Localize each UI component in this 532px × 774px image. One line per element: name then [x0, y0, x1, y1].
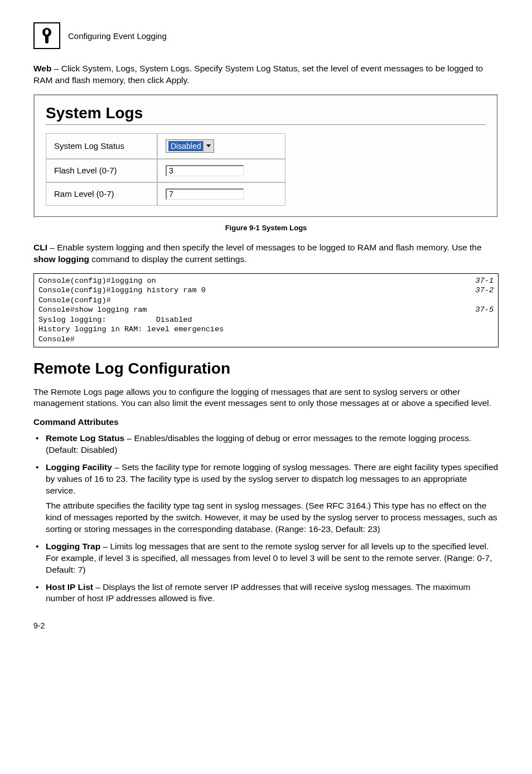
system-logs-table: System Log Status Disabled Flash Level (…	[46, 133, 286, 206]
attr-text: – Displays the list of remote server IP …	[46, 582, 471, 603]
attr-name: Logging Trap	[46, 541, 100, 551]
section-title: Remote Log Configuration	[33, 360, 499, 378]
panel-title: System Logs	[46, 104, 486, 122]
attribute-list: Remote Log Status – Enables/disables the…	[33, 433, 499, 604]
code-line: Console(config)#logging history ram 037-…	[38, 286, 494, 296]
code-line: Console(config)#	[38, 296, 494, 306]
code-text: Console#	[38, 335, 75, 345]
cli-text-after: command to display the current settings.	[89, 254, 247, 264]
code-text: Console(config)#logging on	[38, 276, 156, 286]
page-number: 9-2	[33, 621, 499, 630]
code-ref	[482, 335, 494, 345]
code-text: Console#show logging ram	[38, 305, 147, 315]
intro-paragraph: Web – Click System, Logs, System Logs. S…	[33, 63, 499, 86]
figure-caption: Figure 9-1 System Logs	[33, 224, 499, 232]
system-log-status-select[interactable]: Disabled	[166, 139, 214, 153]
intro-text: – Click System, Logs, System Logs. Speci…	[33, 64, 483, 85]
chapter-header: 9 Configuring Event Logging	[33, 22, 499, 49]
code-line: History logging in RAM: level emergencie…	[38, 325, 494, 335]
list-item: Logging Trap – Limits log messages that …	[33, 541, 499, 576]
ram-level-input[interactable]	[166, 188, 244, 200]
chapter-number-icon: 9	[33, 22, 60, 49]
row-flash-level: Flash Level (0-7)	[46, 159, 286, 182]
code-line: Syslog logging: Disabled	[38, 315, 494, 325]
code-text: History logging in RAM: level emergencie…	[38, 325, 224, 335]
code-text: Console(config)#logging history ram 0	[38, 286, 206, 296]
list-item: Host IP List – Displays the list of remo…	[33, 582, 499, 605]
cli-text-before: – Enable system logging and then specify…	[47, 243, 482, 252]
attr-text: – Sets the facility type for remote logg…	[46, 462, 498, 495]
cli-cmd: show logging	[33, 254, 89, 264]
label-flash-level: Flash Level (0-7)	[46, 159, 157, 182]
attr-name: Logging Facility	[46, 462, 112, 472]
section-intro: The Remote Logs page allows you to confi…	[33, 386, 499, 410]
cli-intro: CLI – Enable system logging and then spe…	[33, 242, 499, 265]
code-ref: 37-5	[465, 305, 494, 315]
panel-divider	[46, 124, 486, 125]
cli-label: CLI	[33, 243, 47, 252]
chapter-title: Configuring Event Logging	[68, 31, 167, 41]
label-ram-level: Ram Level (0-7)	[46, 182, 157, 206]
code-text: Syslog logging: Disabled	[38, 315, 192, 325]
chevron-down-icon[interactable]	[203, 141, 214, 152]
code-line: Console(config)#logging on37-1	[38, 276, 494, 286]
code-line: Console#	[38, 335, 494, 345]
svg-text:9: 9	[45, 28, 49, 36]
code-block: Console(config)#logging on37-1 Console(c…	[33, 273, 499, 347]
select-value: Disabled	[168, 141, 203, 151]
attr-name: Remote Log Status	[46, 433, 124, 443]
list-item: Remote Log Status – Enables/disables the…	[33, 433, 499, 456]
code-ref	[482, 315, 494, 325]
code-ref	[482, 296, 494, 306]
attr-text: – Limits log messages that are sent to t…	[46, 541, 492, 574]
label-system-log-status: System Log Status	[46, 133, 157, 159]
code-text: Console(config)#	[38, 296, 111, 306]
row-system-log-status: System Log Status Disabled	[46, 133, 286, 159]
row-ram-level: Ram Level (0-7)	[46, 182, 286, 206]
flash-level-input[interactable]	[166, 165, 244, 176]
code-line: Console#show logging ram37-5	[38, 305, 494, 315]
code-ref: 37-2	[465, 286, 494, 296]
command-attributes-heading: Command Attributes	[33, 417, 499, 427]
attr-extra: The attribute specifies the facility typ…	[46, 500, 499, 535]
list-item: Logging Facility – Sets the facility typ…	[33, 462, 499, 535]
code-ref	[482, 325, 494, 335]
web-label: Web	[33, 64, 51, 73]
system-logs-panel: System Logs System Log Status Disabled F…	[33, 94, 499, 218]
attr-name: Host IP List	[46, 582, 93, 592]
code-ref: 37-1	[465, 276, 494, 286]
